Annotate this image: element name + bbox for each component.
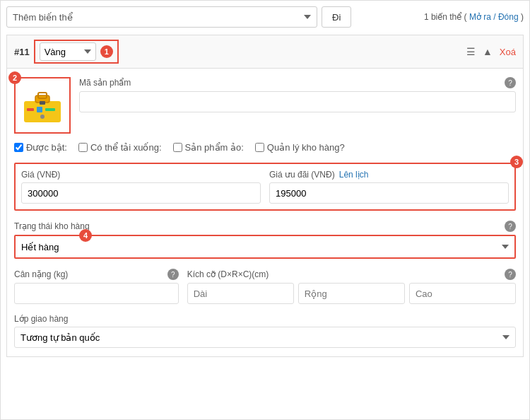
product-image-svg bbox=[18, 81, 66, 129]
open-close-separator: ( bbox=[464, 12, 467, 22]
weight-label-row: Cân nặng (kg) ? bbox=[14, 269, 179, 280]
add-variant-select[interactable]: Thêm biến thể bbox=[6, 6, 317, 28]
dims-label: Kích cỡ (D×R×C)(cm) bbox=[187, 269, 269, 279]
delete-link[interactable]: Xoá bbox=[500, 47, 516, 57]
variant-count-info: 1 biến thể ( Mở ra / Đóng ) bbox=[424, 12, 524, 22]
dai-input[interactable] bbox=[187, 283, 294, 304]
shipping-label: Lớp giao hàng bbox=[14, 314, 516, 324]
variant-header: #11 Vàng 1 ☰ ▲ Xoá bbox=[6, 35, 524, 69]
weight-label: Cân nặng (kg) bbox=[14, 269, 68, 279]
price-row: Giá (VNĐ) Giá ưu đãi (VNĐ) Lên lịch 3 bbox=[14, 163, 516, 211]
weight-input[interactable] bbox=[14, 283, 179, 304]
co-the-tai-xuong-checkbox-item[interactable]: Có thể tải xuống: bbox=[78, 142, 162, 153]
sale-price-input[interactable] bbox=[269, 182, 509, 204]
sku-label: Mã sản phẩm bbox=[79, 78, 131, 88]
image-sku-row: 2 Mã sả bbox=[14, 77, 516, 134]
stock-label: Trạng thái kho hàng bbox=[14, 221, 90, 231]
top-bar: Thêm biến thể Đi 1 biến thể ( Mở ra / Đó… bbox=[6, 6, 524, 28]
svg-point-7 bbox=[40, 115, 45, 119]
san-pham-ao-checkbox-item[interactable]: Sản phẩm ảo: bbox=[173, 142, 244, 153]
variant-header-left: #11 Vàng 1 bbox=[14, 40, 119, 64]
variant-number: #11 bbox=[14, 47, 30, 57]
duoc-bat-label: Được bật: bbox=[26, 142, 67, 153]
svg-rect-5 bbox=[37, 107, 42, 112]
cao-input[interactable] bbox=[409, 283, 516, 304]
dims-inputs bbox=[187, 283, 516, 304]
dims-label-row: Kích cỡ (D×R×C)(cm) ? bbox=[187, 269, 516, 280]
weight-field: Cân nặng (kg) ? bbox=[14, 269, 179, 304]
price-row-container: Giá (VNĐ) Giá ưu đãi (VNĐ) Lên lịch 3 bbox=[14, 163, 516, 211]
weight-dims-row: Cân nặng (kg) ? Kích cỡ (D×R×C)(cm) ? bbox=[14, 269, 516, 304]
sort-icon-button[interactable]: ▲ bbox=[483, 46, 493, 57]
duoc-bat-checkbox-item[interactable]: Được bật: bbox=[14, 142, 67, 153]
variant-body: 2 Mã sả bbox=[6, 69, 524, 357]
weight-help-icon[interactable]: ? bbox=[167, 269, 179, 280]
price-label-row: Giá (VNĐ) bbox=[21, 170, 261, 180]
page-wrapper: Thêm biến thể Đi 1 biến thể ( Mở ra / Đó… bbox=[0, 0, 530, 420]
price-input[interactable] bbox=[21, 182, 261, 204]
stock-select-wrapper: 4 Hết hàng Còn hàng Đặt trước bbox=[14, 235, 516, 259]
svg-rect-6 bbox=[45, 108, 55, 111]
sale-price-label-row: Giá ưu đãi (VNĐ) Lên lịch bbox=[269, 170, 509, 180]
price-field: Giá (VNĐ) bbox=[21, 170, 261, 204]
variant-name-box: Vàng 1 bbox=[34, 40, 119, 64]
rong-input[interactable] bbox=[298, 283, 405, 304]
label-1-badge: 1 bbox=[100, 45, 113, 58]
variant-count-text: 1 biến thể bbox=[424, 12, 461, 22]
quan-ly-kho-hang-label: Quản lý kho hàng? bbox=[267, 142, 345, 153]
quan-ly-kho-hang-checkbox-item[interactable]: Quản lý kho hàng? bbox=[255, 142, 345, 153]
price-label: Giá (VNĐ) bbox=[21, 170, 60, 180]
sku-input[interactable] bbox=[79, 91, 516, 112]
product-image-box[interactable]: 2 bbox=[14, 77, 71, 134]
sku-label-row: Mã sản phẩm ? bbox=[79, 77, 516, 88]
san-pham-ao-label: Sản phẩm ảo: bbox=[185, 142, 244, 153]
menu-icon-button[interactable]: ☰ bbox=[466, 46, 476, 57]
shipping-select[interactable]: Tương tự bản quốc bbox=[14, 327, 516, 348]
sale-price-label-text: Giá ưu đãi (VNĐ) bbox=[269, 170, 335, 180]
duoc-bat-checkbox[interactable] bbox=[14, 143, 23, 152]
sale-price-field: Giá ưu đãi (VNĐ) Lên lịch bbox=[269, 170, 509, 204]
dims-field: Kích cỡ (D×R×C)(cm) ? bbox=[187, 269, 516, 304]
san-pham-ao-checkbox[interactable] bbox=[173, 143, 182, 152]
sale-price-schedule-link[interactable]: Lên lịch bbox=[339, 170, 369, 180]
svg-rect-3 bbox=[40, 101, 45, 105]
co-the-tai-xuong-label: Có thể tải xuống: bbox=[90, 142, 162, 153]
stock-help-icon[interactable]: ? bbox=[505, 221, 516, 232]
stock-row: Trạng thái kho hàng ? 4 Hết hàng Còn hàn… bbox=[14, 221, 516, 259]
sku-help-icon[interactable]: ? bbox=[505, 77, 516, 88]
top-bar-left: Thêm biến thể Đi bbox=[6, 6, 351, 28]
svg-rect-4 bbox=[27, 108, 34, 111]
open-close-end: ) bbox=[521, 12, 524, 22]
checkboxes-row: Được bật: Có thể tải xuống: Sản phẩm ảo:… bbox=[14, 142, 516, 153]
open-close-link[interactable]: Mở ra / Đóng bbox=[469, 12, 519, 22]
label-2-badge: 2 bbox=[8, 71, 21, 84]
co-the-tai-xuong-checkbox[interactable] bbox=[78, 143, 88, 152]
label-3-badge: 3 bbox=[510, 156, 523, 168]
variant-name-select[interactable]: Vàng bbox=[40, 42, 96, 61]
sku-field-wrapper: Mã sản phẩm ? bbox=[79, 77, 516, 112]
variant-header-right: ☰ ▲ Xoá bbox=[466, 46, 516, 57]
go-button[interactable]: Đi bbox=[322, 6, 351, 28]
label-4-badge: 4 bbox=[79, 229, 92, 242]
shipping-row: Lớp giao hàng Tương tự bản quốc bbox=[14, 314, 516, 348]
quan-ly-kho-hang-checkbox[interactable] bbox=[255, 143, 264, 152]
dims-help-icon[interactable]: ? bbox=[505, 269, 516, 280]
